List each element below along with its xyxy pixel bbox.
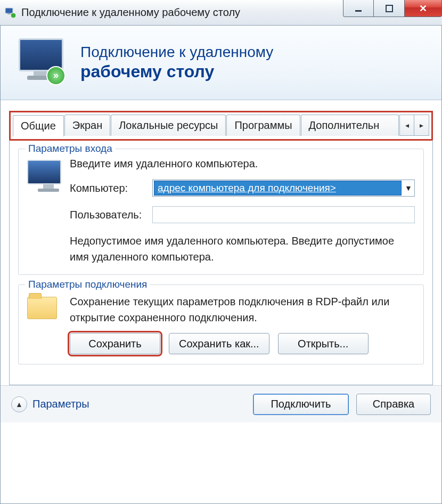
app-icon <box>4 6 17 19</box>
connection-description: Сохранение текущих параметров подключени… <box>70 294 415 326</box>
maximize-button[interactable] <box>374 0 405 17</box>
tab-advanced[interactable]: Дополнительн <box>301 115 399 136</box>
close-button[interactable]: ✕ <box>405 0 442 17</box>
svg-point-2 <box>11 13 16 18</box>
tab-scroll-right[interactable]: ▸ <box>414 115 429 136</box>
user-label: Пользователь: <box>70 209 152 221</box>
tab-display[interactable]: Экран <box>64 115 110 136</box>
options-label[interactable]: Параметры <box>32 398 253 410</box>
login-warning: Недопустимое имя удаленного компьютера. … <box>70 233 415 265</box>
group-connection: Параметры подключения Сохранение текущих… <box>18 284 424 364</box>
open-button[interactable]: Открыть... <box>278 333 369 354</box>
save-as-button[interactable]: Сохранить как... <box>169 333 269 354</box>
save-button[interactable]: Сохранить <box>70 333 160 354</box>
svg-rect-1 <box>7 13 11 14</box>
window-title: Подключение к удаленному рабочему столу <box>21 6 240 19</box>
tab-general[interactable]: Общие <box>13 115 64 136</box>
header-banner: » Подключение к удаленному рабочему стол… <box>1 26 441 100</box>
group-connection-title: Параметры подключения <box>25 279 150 290</box>
tab-programs[interactable]: Программы <box>226 115 300 136</box>
login-instruction: Введите имя удаленного компьютера. <box>70 158 415 170</box>
svg-rect-3 <box>355 10 362 12</box>
group-login-title: Параметры входа <box>25 143 116 155</box>
titlebar: Подключение к удаленному рабочему столу … <box>0 0 442 26</box>
chevron-down-icon[interactable]: ▼ <box>403 184 414 192</box>
svg-rect-0 <box>5 8 13 13</box>
computer-combo[interactable]: адрес компьютера для подключения> ▼ <box>152 180 415 197</box>
monitor-icon <box>27 158 70 265</box>
help-button[interactable]: Справка <box>356 394 431 415</box>
computer-label: Компьютер: <box>70 182 152 194</box>
banner-line1: Подключение к удаленному <box>80 44 273 61</box>
window-buttons: ✕ <box>343 0 442 17</box>
banner-line2: рабочему столу <box>80 62 273 82</box>
group-login: Параметры входа Введите имя удаленного к… <box>18 149 424 275</box>
tab-strip: Общие Экран Локальные ресурсы Программы … <box>9 111 433 141</box>
minimize-button[interactable] <box>343 0 374 17</box>
tab-local[interactable]: Локальные ресурсы <box>111 115 226 136</box>
connect-badge-icon: » <box>46 66 66 85</box>
rdp-icon: » <box>17 36 70 90</box>
footer: ▲ Параметры Подключить Справка <box>1 385 441 422</box>
svg-rect-4 <box>386 5 392 12</box>
connect-button[interactable]: Подключить <box>253 394 349 415</box>
user-field[interactable] <box>152 206 415 223</box>
tab-scroll-left[interactable]: ◂ <box>399 115 414 136</box>
computer-value[interactable]: адрес компьютера для подключения> <box>154 181 402 196</box>
collapse-options-button[interactable]: ▲ <box>11 396 27 412</box>
folder-icon <box>27 294 70 354</box>
tab-page-general: Параметры входа Введите имя удаленного к… <box>9 140 433 385</box>
